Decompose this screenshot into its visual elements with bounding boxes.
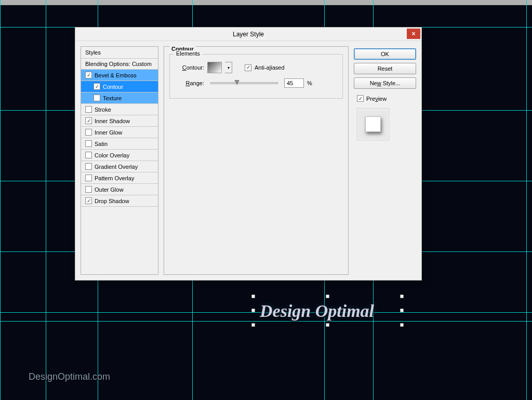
style-item-inner-shadow[interactable]: Inner Shadow (81, 115, 158, 127)
styles-list: Styles Blending Options: CustomBevel & E… (81, 46, 158, 275)
ok-button[interactable]: OK (354, 48, 416, 60)
style-checkbox[interactable] (85, 129, 92, 136)
app-titlebar (0, 0, 532, 5)
layer-style-dialog: Layer Style × Styles Blending Options: C… (75, 27, 422, 281)
style-checkbox[interactable] (85, 140, 92, 147)
transform-bounding-box[interactable] (254, 297, 402, 325)
settings-panel: Contour Elements Contour: ▾ Anti-aliased… (164, 46, 349, 275)
style-item-bevel-emboss[interactable]: Bevel & Emboss (81, 70, 158, 81)
dialog-title: Layer Style (233, 31, 264, 38)
style-item-texture[interactable]: Texture (81, 92, 158, 104)
chevron-down-icon[interactable]: ▾ (225, 62, 232, 73)
preview-checkbox[interactable] (357, 95, 364, 102)
style-item-stroke[interactable]: Stroke (81, 104, 158, 115)
style-item-label: Pattern Overlay (95, 175, 134, 181)
preview-swatch-container (357, 108, 389, 140)
new-style-button[interactable]: New Style... (354, 77, 416, 89)
style-item-label: Drop Shadow (95, 198, 129, 204)
styles-header[interactable]: Styles (81, 47, 158, 59)
style-checkbox[interactable] (85, 163, 92, 170)
style-checkbox[interactable] (94, 95, 100, 101)
range-slider[interactable] (210, 82, 278, 84)
style-checkbox[interactable] (94, 83, 100, 90)
style-item-satin[interactable]: Satin (81, 138, 158, 150)
style-item-pattern-overlay[interactable]: Pattern Overlay (81, 172, 158, 184)
close-icon: × (411, 30, 415, 37)
fieldset-legend: Elements (174, 50, 202, 57)
range-unit: % (307, 80, 312, 86)
watermark-text: DesignOptimal.com (29, 371, 110, 382)
style-checkbox[interactable] (85, 117, 92, 124)
style-item-drop-shadow[interactable]: Drop Shadow (81, 195, 158, 207)
style-item-contour[interactable]: Contour (81, 81, 158, 92)
range-label: Range: (175, 80, 204, 86)
guide-vertical (46, 0, 46, 400)
guide-vertical (0, 0, 1, 400)
style-item-label: Gradient Overlay (95, 164, 138, 170)
style-item-label: Inner Glow (95, 129, 122, 136)
style-checkbox[interactable] (85, 152, 92, 158)
style-checkbox[interactable] (85, 186, 92, 193)
style-item-blending-options-custom[interactable]: Blending Options: Custom (81, 59, 158, 70)
style-item-color-overlay[interactable]: Color Overlay (81, 150, 158, 161)
style-item-label: Satin (95, 141, 108, 147)
style-checkbox[interactable] (85, 72, 92, 78)
style-item-inner-glow[interactable]: Inner Glow (81, 127, 158, 138)
style-item-label: Contour (103, 84, 123, 90)
style-item-label: Inner Shadow (95, 118, 130, 124)
antialias-label[interactable]: Anti-aliased (255, 64, 285, 71)
antialias-checkbox[interactable] (245, 64, 251, 71)
style-item-label: Outer Glow (95, 186, 124, 193)
close-button[interactable]: × (407, 29, 420, 39)
contour-picker-icon[interactable] (207, 62, 222, 73)
guide-vertical (526, 0, 527, 400)
style-item-label: Texture (103, 95, 122, 101)
style-item-outer-glow[interactable]: Outer Glow (81, 184, 158, 195)
preview-label[interactable]: Preview (366, 96, 387, 102)
reset-button[interactable]: Reset (354, 63, 416, 74)
style-item-label: Blending Options: Custom (85, 61, 152, 67)
elements-fieldset: Elements Contour: ▾ Anti-aliased Range: … (169, 54, 343, 99)
style-checkbox[interactable] (85, 106, 92, 113)
dialog-titlebar[interactable]: Layer Style × (75, 28, 421, 41)
style-item-gradient-overlay[interactable]: Gradient Overlay (81, 161, 158, 172)
style-item-label: Bevel & Emboss (95, 72, 137, 78)
range-input[interactable] (284, 78, 304, 88)
style-item-label: Stroke (95, 106, 111, 113)
preview-swatch (365, 116, 381, 132)
style-checkbox[interactable] (85, 175, 92, 181)
style-item-label: Color Overlay (95, 152, 129, 158)
slider-thumb-icon[interactable] (234, 80, 240, 85)
dialog-buttons: OK Reset New Style... Preview (354, 46, 416, 275)
contour-label: Contour: (175, 64, 204, 71)
style-checkbox[interactable] (85, 197, 92, 204)
